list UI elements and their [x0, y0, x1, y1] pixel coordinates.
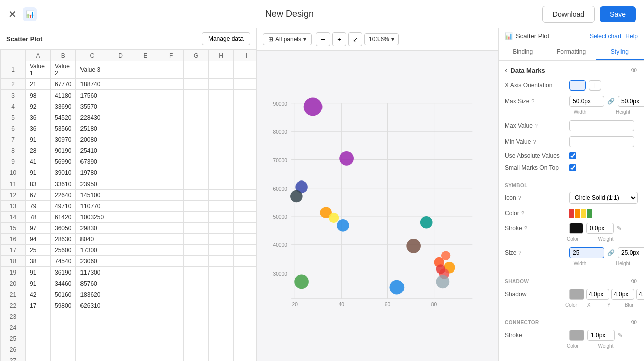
row-number[interactable]: 26	[1, 344, 26, 355]
cell[interactable]	[209, 245, 234, 256]
cell[interactable]	[158, 234, 184, 245]
cell[interactable]	[158, 322, 184, 333]
cell[interactable]	[209, 333, 234, 344]
cell[interactable]: 79	[26, 201, 51, 212]
link-icon[interactable]: 🔗	[607, 98, 615, 105]
cell[interactable]: 19780	[76, 167, 108, 178]
icon-help[interactable]: ?	[518, 195, 521, 201]
cell[interactable]	[108, 79, 133, 90]
download-button[interactable]: Download	[542, 6, 595, 23]
cell[interactable]	[108, 267, 133, 278]
cell[interactable]	[234, 167, 256, 178]
cell[interactable]	[108, 234, 133, 245]
cell[interactable]: 21	[26, 79, 51, 90]
cell[interactable]	[51, 355, 76, 362]
cell[interactable]: 94	[26, 234, 51, 245]
cell[interactable]	[51, 344, 76, 355]
cell[interactable]: 25	[26, 245, 51, 256]
cell[interactable]	[158, 223, 184, 234]
cell[interactable]	[209, 311, 234, 322]
cell[interactable]	[184, 201, 209, 212]
orientation-horizontal-btn[interactable]: —	[569, 80, 586, 91]
cell[interactable]	[209, 289, 234, 300]
cell[interactable]: 56990	[51, 156, 76, 167]
table-row[interactable]: 18387454023060	[1, 256, 257, 267]
cell[interactable]	[158, 300, 184, 311]
connector-stroke-weight-input[interactable]	[587, 330, 615, 341]
table-row[interactable]: 221759800626310	[1, 300, 257, 311]
row-number[interactable]: 14	[1, 212, 26, 223]
cell[interactable]	[184, 322, 209, 333]
close-icon[interactable]: ✕	[8, 8, 17, 20]
max-value-input[interactable]	[569, 120, 634, 131]
cell[interactable]	[158, 278, 184, 289]
cell[interactable]	[133, 256, 158, 267]
cell[interactable]	[234, 190, 256, 201]
cell[interactable]	[133, 178, 158, 190]
cell[interactable]	[133, 167, 158, 178]
row-number[interactable]: 4	[1, 101, 26, 112]
shadow-blur-input[interactable]	[636, 289, 644, 300]
cell[interactable]: Value 2	[51, 61, 76, 79]
cell[interactable]	[234, 61, 256, 79]
color-multi-swatch[interactable]	[569, 209, 592, 218]
size-link-icon[interactable]: 🔗	[607, 249, 615, 256]
min-value-input[interactable]	[569, 136, 634, 147]
cell[interactable]	[184, 212, 209, 223]
zoom-fit-button[interactable]: ⤢	[348, 32, 362, 46]
cell[interactable]	[184, 145, 209, 156]
use-absolute-checkbox[interactable]	[569, 152, 576, 159]
stroke-help[interactable]: ?	[524, 225, 527, 231]
cell[interactable]	[234, 333, 256, 344]
cell[interactable]: 29830	[76, 223, 108, 234]
cell[interactable]: 17	[26, 300, 51, 311]
max-size-width-input[interactable]	[569, 96, 604, 107]
cell[interactable]	[184, 234, 209, 245]
cell[interactable]	[234, 245, 256, 256]
table-row[interactable]: 8289019025410	[1, 145, 257, 156]
row-number[interactable]: 9	[1, 156, 26, 167]
table-row[interactable]: 22167770188740	[1, 79, 257, 90]
size-height-input[interactable]	[618, 247, 644, 258]
row-number[interactable]: 25	[1, 333, 26, 344]
cell[interactable]	[184, 156, 209, 167]
table-row[interactable]: 1478614201003250	[1, 212, 257, 223]
cell[interactable]	[108, 178, 133, 190]
row-number[interactable]: 1	[1, 61, 26, 79]
cell[interactable]	[51, 322, 76, 333]
cell[interactable]: 35570	[76, 101, 108, 112]
cell[interactable]	[108, 333, 133, 344]
cell[interactable]: 91	[26, 167, 51, 178]
cell[interactable]	[184, 311, 209, 322]
cell[interactable]: 28	[26, 145, 51, 156]
cell[interactable]: 41	[26, 156, 51, 167]
cell[interactable]	[209, 278, 234, 289]
cell[interactable]	[209, 167, 234, 178]
cell[interactable]	[158, 134, 184, 145]
cell[interactable]	[184, 300, 209, 311]
cell[interactable]	[158, 201, 184, 212]
cell[interactable]	[184, 289, 209, 300]
cell[interactable]	[108, 90, 133, 101]
cell[interactable]	[209, 123, 234, 134]
cell[interactable]	[184, 344, 209, 355]
cell[interactable]: 25410	[76, 145, 108, 156]
cell[interactable]: 90190	[51, 145, 76, 156]
size-width-input[interactable]	[569, 247, 604, 258]
cell[interactable]: 67770	[51, 79, 76, 90]
table-row[interactable]: 15973605029830	[1, 223, 257, 234]
cell[interactable]	[234, 134, 256, 145]
cell[interactable]	[158, 101, 184, 112]
row-number[interactable]: 16	[1, 234, 26, 245]
cell[interactable]	[158, 344, 184, 355]
cell[interactable]	[108, 289, 133, 300]
cell[interactable]: Value 1	[26, 61, 51, 79]
cell[interactable]	[158, 123, 184, 134]
cell[interactable]: 183620	[76, 289, 108, 300]
cell[interactable]	[133, 344, 158, 355]
cell[interactable]	[209, 212, 234, 223]
table-row[interactable]: 25	[1, 333, 257, 344]
cell[interactable]	[133, 333, 158, 344]
table-row[interactable]: 27	[1, 355, 257, 362]
cell[interactable]	[184, 90, 209, 101]
